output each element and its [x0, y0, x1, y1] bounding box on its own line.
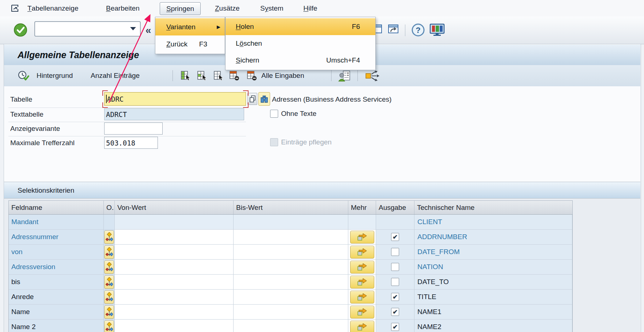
multiple-selection-button[interactable] [350, 321, 374, 332]
multiple-selection-button[interactable] [350, 291, 374, 303]
menu-tabellenanzeige[interactable]: Tabellenanzeige [27, 0, 78, 16]
toolbar-separator [405, 24, 405, 36]
feldname-label[interactable]: Name [9, 305, 104, 320]
menu-item-holen[interactable]: Holen F6 [226, 18, 375, 35]
ausgabe-checkbox[interactable]: ✔ [391, 263, 399, 271]
hintergrund-button[interactable]: Hintergrund [37, 65, 73, 86]
ausgabe-checkbox[interactable]: ✔ [391, 308, 399, 316]
anzahl-eintraege-button[interactable]: Anzahl Einträge [91, 65, 140, 86]
max-trefferzahl-input[interactable]: 503.018 [104, 137, 158, 149]
menu-springen[interactable]: Springen [160, 2, 201, 15]
technischer-name: TITLE [414, 290, 572, 305]
selection-options-button[interactable] [104, 230, 114, 244]
selection-options-button[interactable] [104, 260, 114, 274]
multiple-selection-button[interactable] [350, 261, 374, 273]
technischer-name: DATE_FROM [414, 245, 572, 260]
collapse-toolbar-button[interactable]: « [145, 16, 151, 44]
enter-check-button[interactable] [13, 23, 28, 39]
selection-options-button[interactable] [104, 305, 114, 319]
choose-selection-field-single-icon[interactable] [196, 70, 208, 83]
ohne-texte-checkbox[interactable]: ✔ [270, 110, 278, 118]
bis-wert-input[interactable] [234, 245, 348, 260]
selection-criteria-table: Feldname O. Von-Wert Bis-Wert Mehr Ausga… [8, 200, 573, 332]
multiple-selection-button[interactable] [350, 306, 374, 318]
bis-wert-input[interactable] [234, 305, 348, 320]
ausgabe-checkbox[interactable]: ✔ [391, 248, 399, 256]
ausgabe-checkbox[interactable]: ✔ [391, 278, 399, 286]
command-field[interactable] [34, 21, 141, 37]
multiple-selection-button[interactable] [350, 231, 374, 244]
von-wert-input[interactable] [115, 230, 234, 245]
selektionskriterien-band: Selektionskriterien [4, 182, 640, 199]
menu-item-loeschen[interactable]: Löschen [226, 35, 375, 52]
feldname-label[interactable]: Name 2 [9, 320, 104, 332]
bis-wert-input[interactable] [234, 290, 348, 305]
multiple-selection-button[interactable] [350, 276, 374, 288]
focus-bracket [102, 90, 108, 96]
menu-bearbeiten[interactable]: Bearbeiten [106, 0, 140, 16]
bis-wert-input[interactable] [234, 320, 348, 332]
bis-wert-input[interactable] [234, 275, 348, 290]
table-row: Mandant CLIENT [9, 215, 572, 230]
col-feldname: Feldname [9, 201, 104, 214]
menu-system[interactable]: System [260, 0, 283, 16]
col-mehr: Mehr [348, 201, 376, 214]
texttabelle-field: ADRCT [104, 108, 244, 120]
sap-shortcut-icon[interactable] [387, 23, 400, 38]
ausgabe-checkbox[interactable]: ✔ [391, 323, 399, 331]
text-caret [106, 95, 107, 103]
find-table-button[interactable] [258, 92, 270, 106]
menu-item-sichern[interactable]: Sichern Umsch+F4 [226, 52, 375, 69]
von-wert-input[interactable] [115, 305, 234, 320]
choose-fields-icon[interactable] [213, 70, 224, 83]
focus-bracket [243, 90, 249, 96]
feldname-link[interactable]: Mandant [9, 215, 104, 230]
selection-options-button[interactable] [104, 320, 114, 332]
anzeigevariante-input[interactable] [104, 122, 163, 135]
feldname-label[interactable]: Anrede [9, 290, 104, 305]
distribute-icon[interactable] [365, 70, 381, 83]
von-wert-input[interactable] [115, 275, 234, 290]
customize-layout-icon[interactable] [429, 23, 445, 38]
possible-entries-button[interactable] [247, 93, 257, 105]
menu-hilfe[interactable]: Hilfe [303, 0, 317, 16]
selection-options-button[interactable] [104, 290, 114, 304]
selection-options-button[interactable] [104, 245, 114, 259]
technischer-name: CLIENT [414, 215, 572, 230]
feldname-link[interactable]: von [9, 245, 104, 260]
command-field-value [35, 22, 37, 29]
selection-options-button[interactable] [104, 275, 114, 289]
user-parameters-icon[interactable] [338, 70, 351, 84]
table-row: von ✔ DATE_FROM [9, 245, 572, 260]
bis-wert-input[interactable] [234, 260, 348, 275]
menu-zusaetze[interactable]: Zusätze [215, 0, 240, 16]
ausgabe-checkbox[interactable]: ✔ [391, 233, 399, 241]
shortcut-label: F3 [199, 40, 207, 48]
feldname-link[interactable]: Adressversion [9, 260, 104, 275]
check-icon: ✔ [393, 234, 398, 240]
delete-all-inputs-icon[interactable] [246, 70, 258, 83]
help-icon[interactable]: ? [411, 23, 425, 39]
von-wert-input[interactable] [115, 260, 234, 275]
multiple-selection-button[interactable] [350, 246, 374, 259]
von-wert-input[interactable] [115, 320, 234, 332]
page-title: Allgemeine Tabellenanzeige [18, 45, 139, 65]
von-wert-input [115, 215, 234, 230]
tabelle-input[interactable]: ADRC [104, 92, 246, 106]
option-cell [104, 215, 115, 230]
table-row: Adressversion ✔ NATION [9, 260, 572, 275]
tabelle-label: Tabelle [10, 95, 32, 103]
von-wert-input[interactable] [115, 245, 234, 260]
menu-item-varianten[interactable]: Varianten [155, 18, 225, 35]
execute-in-background-icon[interactable] [18, 70, 30, 83]
menu-item-zurueck[interactable]: Zurück F3 [155, 35, 225, 53]
bis-wert-input[interactable] [234, 230, 348, 245]
von-wert-input[interactable] [115, 290, 234, 305]
feldname-link[interactable]: Adressnummer [9, 230, 104, 245]
ausgabe-checkbox[interactable]: ✔ [391, 293, 399, 301]
feldname-label[interactable]: bis [9, 275, 104, 290]
transaction-window-icon[interactable] [10, 4, 20, 14]
delete-selection-icon[interactable] [228, 70, 240, 83]
command-dropdown-arrow-icon[interactable] [130, 27, 136, 30]
choose-selection-fields-icon[interactable] [180, 70, 192, 83]
